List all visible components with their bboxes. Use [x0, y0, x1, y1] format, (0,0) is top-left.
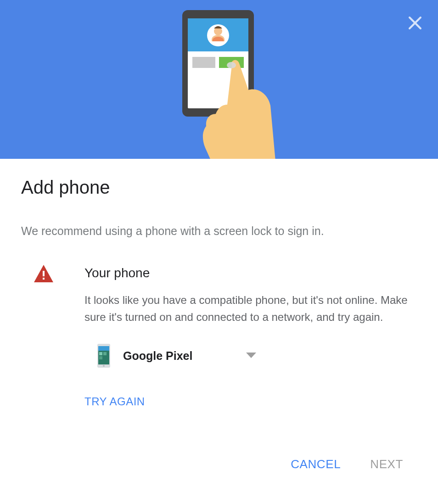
svg-rect-17 — [103, 352, 107, 355]
hero-illustration — [0, 10, 438, 159]
cancel-button[interactable]: CANCEL — [291, 457, 341, 471]
close-icon — [408, 16, 422, 30]
hero-banner — [0, 0, 438, 159]
try-again-button[interactable]: TRY AGAIN — [84, 395, 417, 408]
page-title: Add phone — [21, 177, 417, 198]
svg-rect-14 — [98, 346, 109, 351]
svg-rect-11 — [43, 278, 45, 280]
next-button[interactable]: NEXT — [370, 457, 403, 471]
alert-body: It looks like you have a compatible phon… — [84, 291, 415, 325]
close-button[interactable] — [406, 14, 424, 32]
svg-rect-16 — [99, 352, 102, 355]
svg-point-7 — [227, 62, 236, 68]
device-selector[interactable]: Google Pixel — [84, 344, 417, 368]
phone-icon — [97, 344, 110, 368]
svg-point-15 — [103, 365, 105, 367]
device-name: Google Pixel — [123, 349, 233, 363]
dialog-footer: CANCEL NEXT — [0, 457, 438, 501]
warning-icon — [34, 265, 53, 282]
chevron-down-icon — [246, 353, 256, 359]
svg-rect-18 — [99, 356, 102, 359]
svg-rect-10 — [43, 271, 45, 276]
alert-heading: Your phone — [84, 266, 417, 280]
svg-rect-5 — [192, 57, 215, 68]
page-subtitle: We recommend using a phone with a screen… — [21, 224, 417, 239]
